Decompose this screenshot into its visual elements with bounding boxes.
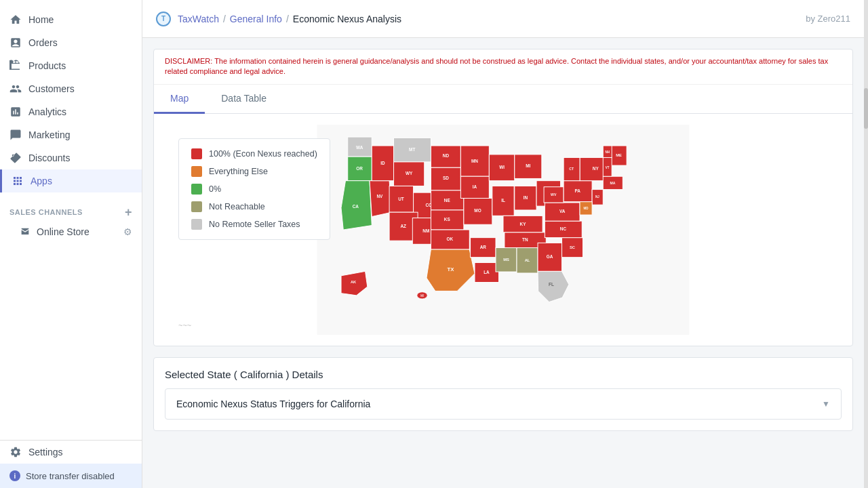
svg-text:OK: OK: [446, 237, 453, 241]
svg-text:ND: ND: [443, 153, 450, 158]
sales-channels-section: SALES CHANNELS +: [0, 198, 142, 221]
sidebar-item-orders-label: Orders: [28, 37, 58, 48]
svg-text:NJ: NJ: [595, 195, 599, 199]
svg-text:SD: SD: [443, 176, 449, 180]
legend-label-red: 100% (Econ Nexus reached): [209, 149, 317, 159]
sidebar-item-customers[interactable]: Customers: [0, 77, 142, 100]
svg-text:ME: ME: [616, 153, 622, 157]
svg-text:NE: NE: [444, 197, 451, 202]
legend-item-red: 100% (Econ Nexus reached): [191, 148, 317, 159]
map-legend: 100% (Econ Nexus reached) Everything Els…: [178, 138, 330, 240]
scrollbar-thumb[interactable]: [864, 88, 868, 129]
trigger-panel-header[interactable]: Economic Nexus Status Triggers for Calif…: [165, 389, 841, 419]
sidebar-item-products[interactable]: Products: [0, 54, 142, 77]
svg-text:KY: KY: [520, 221, 527, 226]
map-container: 100% (Econ Nexus reached) Everything Els…: [154, 114, 852, 346]
products-icon: [9, 60, 22, 72]
main-panel: DISCLAIMER: The information contained he…: [153, 49, 853, 346]
svg-text:AL: AL: [525, 258, 530, 262]
sidebar-item-home[interactable]: Home: [0, 8, 142, 31]
analytics-icon: [9, 106, 22, 118]
sidebar-item-settings[interactable]: Settings: [0, 441, 142, 464]
store-transfer-bar[interactable]: i Store transfer disabled: [0, 464, 142, 488]
legend-item-green: 0%: [191, 184, 317, 195]
settings-label: Settings: [28, 447, 63, 458]
breadcrumb: T TaxWatch / General Info / Economic Nex…: [156, 12, 401, 26]
sidebar-item-products-label: Products: [28, 60, 66, 71]
legend-color-gray: [191, 219, 202, 230]
svg-text:SC: SC: [570, 245, 576, 249]
home-icon: [9, 14, 22, 26]
svg-text:OR: OR: [356, 165, 363, 170]
legend-label-tan: Not Reachable: [209, 202, 265, 211]
online-store-settings-icon[interactable]: ⚙: [123, 226, 132, 237]
tab-map[interactable]: Map: [154, 85, 205, 114]
svg-text:NY: NY: [593, 165, 599, 170]
svg-text:AR: AR: [480, 245, 487, 249]
sidebar-item-customers-label: Customers: [28, 83, 75, 94]
legend-color-green: [191, 184, 202, 195]
chevron-down-icon: ▼: [822, 399, 830, 409]
sidebar-item-apps[interactable]: Apps: [0, 169, 142, 192]
sidebar-item-apps-label: Apps: [31, 176, 52, 186]
svg-text:VA: VA: [559, 209, 566, 214]
svg-text:ID: ID: [380, 161, 385, 165]
add-sales-channel-button[interactable]: +: [125, 206, 132, 218]
svg-text:NH: NH: [605, 150, 610, 154]
customers-icon: [9, 83, 22, 95]
sidebar-item-marketing[interactable]: Marketing: [0, 123, 142, 146]
svg-text:MT: MT: [409, 147, 415, 152]
sidebar-item-analytics[interactable]: Analytics: [0, 100, 142, 123]
breadcrumb-sep2: /: [286, 14, 289, 24]
trigger-panel: Economic Nexus Status Triggers for Calif…: [165, 388, 842, 420]
selected-state-title: Selected State ( California ) Details: [165, 369, 842, 380]
discounts-icon: [9, 152, 22, 164]
selected-state-panel: Selected State ( California ) Details Ec…: [153, 357, 853, 431]
svg-text:NV: NV: [376, 194, 383, 199]
svg-text:VT: VT: [606, 165, 610, 169]
breadcrumb-part3: Economic Nexus Analysis: [293, 14, 401, 24]
svg-text:CT: CT: [569, 167, 574, 171]
svg-text:KS: KS: [444, 217, 451, 222]
tab-data-table[interactable]: Data Table: [205, 85, 283, 114]
svg-text:UT: UT: [398, 197, 404, 201]
svg-text:IN: IN: [524, 195, 528, 200]
legend-label-gray: No Remote Seller Taxes: [209, 220, 300, 229]
settings-icon: [9, 446, 22, 458]
svg-text:TX: TX: [448, 266, 455, 272]
legend-color-orange: [191, 166, 202, 177]
sidebar-item-marketing-label: Marketing: [28, 129, 70, 140]
sidebar: Home Orders Products Customers Analytics: [0, 0, 142, 488]
svg-text:WA: WA: [356, 144, 363, 149]
svg-text:MD: MD: [584, 207, 589, 210]
tabs: Map Data Table: [154, 85, 852, 114]
svg-text:WI: WI: [499, 164, 505, 169]
content-area: DISCLAIMER: The information contained he…: [142, 38, 864, 488]
sidebar-item-orders[interactable]: Orders: [0, 31, 142, 54]
map-logo: ~~~: [178, 321, 191, 329]
svg-text:WV: WV: [551, 192, 557, 197]
svg-text:LA: LA: [484, 270, 490, 274]
legend-item-orange: Everything Else: [191, 166, 317, 177]
svg-text:WY: WY: [406, 171, 413, 176]
scrollbar[interactable]: [864, 0, 868, 488]
svg-text:MA: MA: [610, 181, 615, 185]
svg-text:NM: NM: [422, 228, 429, 233]
svg-text:AZ: AZ: [400, 224, 406, 228]
sidebar-item-discounts[interactable]: Discounts: [0, 146, 142, 169]
sidebar-item-discounts-label: Discounts: [28, 152, 70, 163]
svg-text:NC: NC: [560, 226, 567, 231]
svg-text:TN: TN: [522, 237, 528, 242]
top-bar: T TaxWatch / General Info / Economic Nex…: [142, 0, 864, 38]
sidebar-item-online-store[interactable]: Online Store ⚙: [0, 221, 142, 243]
breadcrumb-part2[interactable]: General Info: [230, 14, 282, 24]
svg-text:IL: IL: [501, 197, 505, 202]
taxwatch-icon: T: [156, 12, 171, 26]
disclaimer: DISCLAIMER: The information contained he…: [154, 49, 852, 85]
info-icon: i: [9, 470, 20, 481]
store-icon: [19, 226, 31, 238]
sidebar-item-home-label: Home: [28, 14, 54, 25]
legend-color-red: [191, 148, 202, 159]
sales-channels-label: SALES CHANNELS: [9, 208, 83, 216]
breadcrumb-part1[interactable]: TaxWatch: [178, 14, 219, 24]
